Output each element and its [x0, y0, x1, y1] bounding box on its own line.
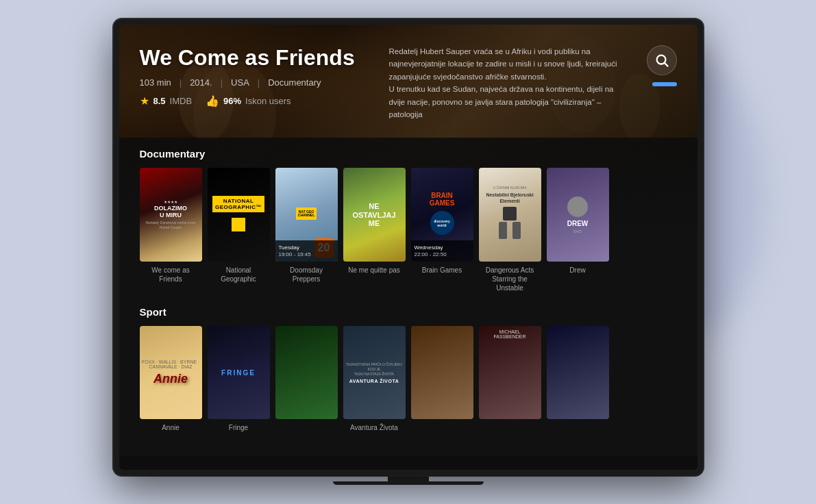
- card-label-ne-me: Ne me quitte pas: [343, 266, 406, 275]
- card-label-dangerous: Dangerous Acts Starring the Unstable: [479, 266, 541, 292]
- card-label-doomsday: Doomsday Preppers: [275, 266, 338, 284]
- brain-games-title: BRAINGAMES: [430, 192, 455, 207]
- hero-section: We Come as Friends 103 min | 2014. | USA…: [140, 45, 677, 121]
- card-label-dolazimo: We come as Friends: [140, 266, 202, 284]
- hero-info: We Come as Friends 103 min | 2014. | USA…: [140, 45, 375, 108]
- hero-ratings: ★ 8.5 IMDB 👍 96% Iskon users: [140, 94, 375, 108]
- hero-year: 2014.: [190, 77, 212, 88]
- card-sport6[interactable]: MICHAELFASSBENDER: [479, 326, 541, 433]
- card-poster-sport6: MICHAELFASSBENDER: [479, 326, 541, 420]
- card-poster-dangerous: U ČAVNIM KLINCIMA Nestabilni Bjeloruski …: [479, 168, 541, 262]
- search-icon: [654, 53, 669, 68]
- sport-label: Sport: [140, 306, 677, 318]
- dangerous-title: Nestabilni Bjeloruski Elementi: [482, 192, 539, 204]
- dolazimo-title: DOLAZIMOU MIRU: [146, 205, 196, 219]
- svg-line-6: [665, 63, 668, 66]
- card-sport3[interactable]: [275, 326, 338, 433]
- tv-screen: We Come as Friends 103 min | 2014. | USA…: [119, 25, 697, 470]
- card-label-avantura: Avantura Života: [343, 423, 406, 432]
- card-dolazimo[interactable]: ★★★★ DOLAZIMOU MIRU Redatelj: Darwinove …: [140, 168, 202, 292]
- sport-row: FOXX · WALLIS · BYRNE · CANNAVALE · DIAZ…: [140, 326, 677, 433]
- card-poster-brain-games: BRAINGAMES discoveryworld Wednesday 22:0…: [411, 168, 473, 262]
- hero-actions: [636, 45, 677, 86]
- hero-duration: 103 min: [140, 77, 171, 88]
- imdb-rating: ★ 8.5 IMDB: [140, 94, 193, 108]
- card-poster-annie: FOXX · WALLIS · BYRNE · CANNAVALE · DIAZ…: [140, 326, 202, 420]
- schedule-doomsday: Tuesday 19:00 - 19:45: [275, 240, 338, 262]
- card-label-drew: Drew: [547, 266, 609, 275]
- card-label-natgeo: National Geographic: [208, 266, 270, 284]
- active-indicator: [652, 82, 677, 86]
- card-poster-natgeo: NATIONALGEOGRAPHIC™: [208, 168, 270, 262]
- card-avantura[interactable]: TAJANSTVENA PRIČA O ČOVJEKU KOJI JETAJIO…: [343, 326, 406, 433]
- schedule-day-brain: Wednesday: [415, 244, 470, 251]
- card-doomsday[interactable]: NAT GEOCHANNEL 20 Tuesday 19:00 - 19:45: [275, 168, 338, 292]
- hero-description: Redatelj Hubert Sauper vraća se u Afriku…: [389, 45, 622, 121]
- schedule-day-doomsday: Tuesday: [279, 244, 334, 251]
- schedule-brain-games: Wednesday 22:00 - 22:50: [411, 240, 473, 262]
- card-poster-avantura: TAJANSTVENA PRIČA O ČOVJEKU KOJI JETAJIO…: [343, 326, 406, 420]
- hero-genre: Documentary: [268, 77, 321, 88]
- content-area: Documentary ★★★★ DOLAZIMOU MIRU Redatelj…: [119, 138, 697, 456]
- hero-country: USA: [231, 77, 249, 88]
- imdb-label: IMDB: [170, 96, 193, 106]
- star-icon: ★: [140, 94, 149, 108]
- meta-divider-1: |: [180, 77, 182, 88]
- card-label-fringe: Fringe: [208, 423, 270, 432]
- iskon-score: 96%: [223, 96, 241, 106]
- schedule-time-doomsday: 19:00 - 19:45: [279, 251, 334, 257]
- screen-content: We Come as Friends 103 min | 2014. | USA…: [119, 25, 697, 470]
- hero-title: We Come as Friends: [140, 45, 375, 71]
- card-poster-dolazimo: ★★★★ DOLAZIMOU MIRU Redatelj: Darwinove …: [140, 168, 202, 262]
- card-annie[interactable]: FOXX · WALLIS · BYRNE · CANNAVALE · DIAZ…: [140, 326, 202, 433]
- natgeo-logo: NATIONALGEOGRAPHIC™: [212, 196, 264, 212]
- card-ne-me[interactable]: NEOSTAVLJAJME Ne me quitte pas: [343, 168, 406, 292]
- avantura-title: AVANTURA ŽIVOTA: [349, 379, 399, 383]
- card-poster-sport7: [547, 326, 609, 420]
- search-button[interactable]: [647, 45, 677, 75]
- card-brain-games[interactable]: BRAINGAMES discoveryworld Wednesday 22:0…: [411, 168, 473, 292]
- card-label-brain: Brain Games: [411, 266, 473, 275]
- annie-title: Annie: [153, 372, 188, 386]
- card-label-annie: Annie: [140, 423, 202, 432]
- documentary-section: Documentary ★★★★ DOLAZIMOU MIRU Redatelj…: [140, 148, 677, 292]
- thumb-icon: 👍: [206, 94, 219, 108]
- tv-frame: We Come as Friends 103 min | 2014. | USA…: [114, 19, 703, 475]
- card-dangerous[interactable]: U ČAVNIM KLINCIMA Nestabilni Bjeloruski …: [479, 168, 541, 292]
- card-fringe[interactable]: FRINGE Fringe: [208, 326, 270, 433]
- tv-container: We Come as Friends 103 min | 2014. | USA…: [93, 19, 724, 485]
- card-poster-ne-me: NEOSTAVLJAJME: [343, 168, 406, 262]
- card-poster-fringe: FRINGE: [208, 326, 270, 420]
- sport-section: Sport FOXX · WALLIS · BYRNE · CANNAVALE …: [140, 306, 677, 433]
- tv-stand-base: [333, 481, 484, 485]
- card-sport7[interactable]: [547, 326, 609, 433]
- discovery-world-logo: discoveryworld: [430, 211, 454, 235]
- card-poster-drew: DREW DVD: [547, 168, 609, 262]
- iskon-rating: 👍 96% Iskon users: [206, 94, 291, 108]
- natgeo-channel-logo: NAT GEOCHANNEL: [296, 207, 317, 220]
- ne-me-title: NEOSTAVLJAJME: [352, 202, 395, 227]
- drew-title: DREW: [567, 220, 589, 227]
- hero-meta: 103 min | 2014. | USA | Documentary: [140, 77, 375, 88]
- iskon-label: Iskon users: [245, 96, 290, 106]
- meta-divider-2: |: [221, 77, 223, 88]
- fringe-title: FRINGE: [221, 369, 256, 377]
- card-drew[interactable]: DREW DVD Drew: [547, 168, 609, 292]
- tv-stand-neck: [388, 475, 429, 481]
- imdb-score: 8.5: [153, 96, 166, 106]
- card-natgeo[interactable]: NATIONALGEOGRAPHIC™ National Geographic: [208, 168, 270, 292]
- schedule-time-brain: 22:00 - 22:50: [415, 251, 470, 257]
- svg-point-5: [656, 55, 665, 64]
- card-poster-sport5: [411, 326, 473, 420]
- documentary-label: Documentary: [140, 148, 677, 160]
- card-poster-sport3: [275, 326, 338, 420]
- card-sport5[interactable]: [411, 326, 473, 433]
- documentary-row: ★★★★ DOLAZIMOU MIRU Redatelj: Darwinove …: [140, 168, 677, 292]
- hero-description-area: Redatelj Hubert Sauper vraća se u Afriku…: [375, 45, 636, 121]
- card-poster-doomsday: NAT GEOCHANNEL 20 Tuesday 19:00 - 19:45: [275, 168, 338, 262]
- meta-divider-3: |: [258, 77, 260, 88]
